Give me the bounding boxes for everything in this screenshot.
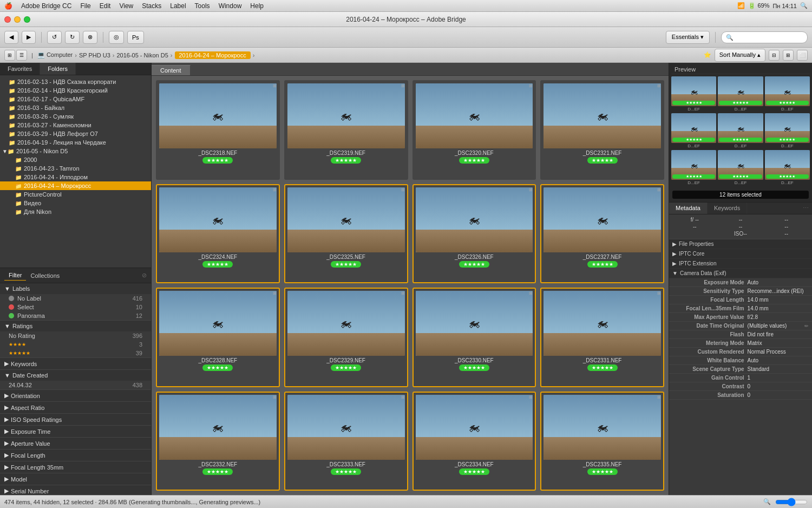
ratings-header[interactable]: ▼ Ratings (0, 321, 151, 331)
folder-morokross[interactable]: 📁 2016-04-24 – Морокросс (0, 181, 151, 190)
label-select[interactable]: Select 10 (0, 303, 151, 311)
label-none[interactable]: No Label 416 (0, 294, 151, 303)
meta-options-icon[interactable]: ⋯ (800, 203, 812, 214)
thumb-_DSC2329-NEF[interactable]: 🏍⊞_DSC2329.NEF★★★★★ (284, 288, 408, 387)
thumb-_DSC2326-NEF[interactable]: 🏍⊞_DSC2326.NEF★★★★★ (412, 184, 536, 284)
folder-2016-03-26[interactable]: 📁 2016-03-26 - Сумляк (0, 112, 151, 121)
thumb-_DSC2325-NEF[interactable]: 🏍⊞_DSC2325.NEF★★★★★ (284, 184, 408, 284)
grid-view-button[interactable]: ⊞ (4, 50, 15, 61)
iptc-core-header[interactable]: ▶ IPTC Core (669, 249, 812, 259)
search-input[interactable] (721, 31, 808, 43)
folder-nikon[interactable]: 📁 Для Nikon (0, 207, 151, 216)
date-created-header[interactable]: ▼ Date Created (0, 370, 151, 381)
folder-tamron[interactable]: 📁 2016-04-23 - Tamron (0, 164, 151, 173)
thumb-_DSC2320-NEF[interactable]: 🏍⊞_DSC2320.NEF★★★★★ (412, 80, 536, 180)
menu-view[interactable]: View (119, 2, 133, 10)
layout-button[interactable]: ⊞ (783, 50, 794, 61)
zoom-slider[interactable] (775, 498, 808, 506)
thumb-_DSC2318-NEF[interactable]: 🏍⊞_DSC2318.NEF★★★★★ (156, 80, 280, 180)
tab-keywords[interactable]: Keywords (708, 203, 747, 214)
folder-2016-03-27[interactable]: 📁 2016-03-27 - Каменоломни (0, 121, 151, 129)
list-view-button[interactable]: ☰ (16, 50, 27, 61)
folder-2016-02-17[interactable]: 📁 2016-02-17 - QubicaAMF (0, 95, 151, 103)
exposure-time-header[interactable]: ▶ Exposure Time (0, 426, 151, 437)
thumb-_DSC2334-NEF[interactable]: 🏍⊞_DSC2334.NEF★★★★★ (412, 392, 536, 491)
folder-video[interactable]: 📁 Видео (0, 199, 151, 207)
close-button[interactable] (4, 16, 11, 23)
view-toggle-button[interactable]: ⊟ (769, 50, 780, 61)
focal35-header[interactable]: ▶ Focal Length 35mm (0, 461, 151, 473)
folder-2016-03-29[interactable]: 📁 2016-03-29 - НДВ Лефорт О7 (0, 129, 151, 138)
breadcrumb-computer[interactable]: 💻 Computer (37, 51, 73, 58)
preview-thumb-4[interactable]: 🏍★★★★★ (718, 113, 763, 143)
iptc-ext-header[interactable]: ▶ IPTC Extension (669, 259, 812, 269)
open-in-camera-raw-button[interactable]: ◎ (109, 31, 124, 44)
folder-ippo[interactable]: 📁 2016-04-24 - Ипподром (0, 173, 151, 181)
orientation-header[interactable]: ▶ Orientation (0, 390, 151, 401)
thumb-_DSC2331-NEF[interactable]: 🏍⊞_DSC2331.NEF★★★★★ (540, 288, 664, 387)
thumb-_DSC2332-NEF[interactable]: 🏍⊞_DSC2332.NEF★★★★★ (156, 392, 280, 491)
tab-favorites[interactable]: Favorites (0, 63, 40, 75)
folder-2016-05[interactable]: ▼📁 2016-05 - Nikon D5 (0, 147, 151, 155)
menu-window[interactable]: Window (219, 2, 242, 10)
keywords-header[interactable]: ▶ Keywords (0, 358, 151, 369)
thumb-_DSC2335-NEF[interactable]: 🏍⊞_DSC2335.NEF★★★★★ (540, 392, 664, 491)
size-button[interactable]: ⬜ (797, 50, 808, 61)
aspect-ratio-header[interactable]: ▶ Aspect Ratio (0, 402, 151, 413)
rating-none[interactable]: No Rating 396 (0, 331, 151, 340)
open-in-photoshop-button[interactable]: Ps (127, 31, 144, 44)
forward-button[interactable]: ▶ (22, 31, 36, 44)
tab-folders[interactable]: Folders (40, 63, 76, 75)
menu-file[interactable]: File (80, 2, 90, 10)
thumb-_DSC2324-NEF[interactable]: 🏍⊞_DSC2324.NEF★★★★★ (156, 184, 280, 284)
model-header[interactable]: ▶ Model (0, 473, 151, 485)
label-panorama[interactable]: Panorama 12 (0, 311, 151, 320)
rating-4stars[interactable]: ★★★★ 3 (0, 340, 151, 349)
workspace-button[interactable]: Essentials ▾ (666, 31, 710, 44)
thumb-_DSC2328-NEF[interactable]: 🏍⊞_DSC2328.NEF★★★★★ (156, 288, 280, 387)
thumb-_DSC2327-NEF[interactable]: 🏍⊞_DSC2327.NEF★★★★★ (540, 184, 664, 284)
tab-filter[interactable]: Filter (4, 270, 26, 281)
minimize-button[interactable] (14, 16, 21, 23)
serial-header[interactable]: ▶ Serial Number (0, 485, 151, 495)
search-icon[interactable]: 🔍 (800, 2, 808, 9)
rating-5stars[interactable]: ★★★★★ 39 (0, 349, 151, 357)
rotate-left-button[interactable]: ↺ (47, 31, 62, 44)
tab-content[interactable]: Content (152, 65, 191, 75)
preview-thumb-6[interactable]: 🏍★★★★★ (671, 150, 716, 180)
focal-header[interactable]: ▶ Focal Length (0, 450, 151, 461)
breadcrumb-sp[interactable]: SP PHD U3 (79, 52, 110, 58)
folder-2016-02-14[interactable]: 📁 2016-02-14 - НДВ Красногорский (0, 86, 151, 95)
date-created-item[interactable]: 24.04.32 438 (0, 381, 151, 389)
folder-2016-04-19[interactable]: 📁 2016-04-19 - Лекция на Чердаке (0, 138, 151, 147)
apple-menu[interactable]: 🍎 (4, 2, 12, 10)
folder-2016-02-13[interactable]: 📁 2016-02-13 - НДВ Сказка корпорати (0, 77, 151, 86)
edit-icon[interactable]: ✏ (804, 323, 809, 329)
content-grid[interactable]: 🏍⊞_DSC2318.NEF★★★★★🏍⊞_DSC2319.NEF★★★★★🏍⊞… (152, 76, 669, 495)
thumb-_DSC2333-NEF[interactable]: 🏍⊞_DSC2333.NEF★★★★★ (284, 392, 408, 491)
menu-tools[interactable]: Tools (195, 2, 210, 10)
rotate-right-button[interactable]: ↻ (65, 31, 80, 44)
preview-thumb-1[interactable]: 🏍★★★★★ (718, 76, 763, 106)
aperture-header[interactable]: ▶ Aperture Value (0, 438, 151, 449)
thumb-_DSC2319-NEF[interactable]: 🏍⊞_DSC2319.NEF★★★★★ (284, 80, 408, 180)
tab-collections[interactable]: Collections (26, 271, 64, 281)
maximize-button[interactable] (24, 16, 30, 23)
back-button[interactable]: ◀ (4, 31, 18, 44)
filter-options-button[interactable]: ⊘ (142, 272, 147, 279)
sort-button[interactable]: Sort Manually ▴ (715, 49, 765, 62)
iso-header[interactable]: ▶ ISO Speed Ratings (0, 414, 151, 425)
thumb-_DSC2321-NEF[interactable]: 🏍⊞_DSC2321.NEF★★★★★ (540, 80, 664, 180)
menu-label[interactable]: Label (170, 2, 186, 10)
menu-bridge[interactable]: Adobe Bridge CC (21, 2, 71, 10)
preview-thumb-2[interactable]: 🏍★★★★★ (765, 76, 810, 106)
preview-thumb-7[interactable]: 🏍★★★★★ (718, 150, 763, 180)
tab-metadata[interactable]: Metadata (669, 203, 708, 214)
menu-edit[interactable]: Edit (100, 2, 111, 10)
preview-thumb-0[interactable]: 🏍★★★★★ (671, 76, 716, 106)
preview-thumb-5[interactable]: 🏍★★★★★ (765, 113, 810, 143)
labels-header[interactable]: ▼ Labels (0, 283, 151, 294)
file-properties-header[interactable]: ▶ File Properties (669, 239, 812, 249)
preview-thumb-3[interactable]: 🏍★★★★★ (671, 113, 716, 143)
thumb-_DSC2330-NEF[interactable]: 🏍⊞_DSC2330.NEF★★★★★ (412, 288, 536, 387)
